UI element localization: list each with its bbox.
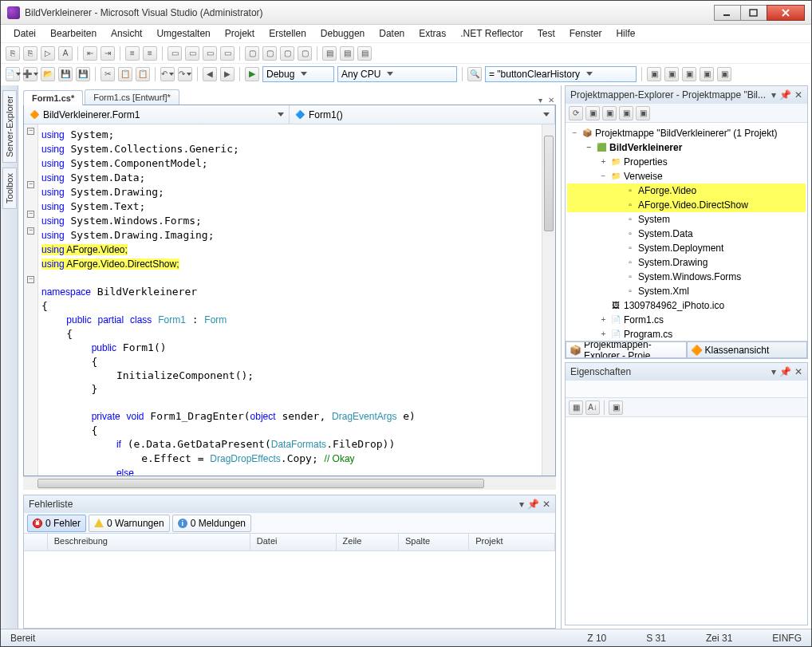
pin-icon[interactable]: 📌 bbox=[527, 499, 539, 510]
nav-fwd-button[interactable]: ▶ bbox=[220, 67, 235, 81]
tree-node[interactable]: ▫System.Data bbox=[567, 227, 806, 241]
menu-bearbeiten[interactable]: Bearbeiten bbox=[44, 26, 103, 41]
categorized-button[interactable]: ▦ bbox=[569, 400, 583, 415]
tab-dropdown-icon[interactable]: ▾ bbox=[537, 96, 544, 105]
close-icon[interactable]: ✕ bbox=[542, 499, 550, 510]
tb-indent[interactable]: ⇥ bbox=[101, 46, 115, 61]
find-in-files-button[interactable]: 🔍 bbox=[467, 67, 482, 81]
config-combo[interactable]: Debug bbox=[262, 66, 334, 82]
tree-node[interactable]: +📄Form1.cs bbox=[567, 313, 806, 327]
sol-tb-btn[interactable]: ▣ bbox=[585, 106, 600, 120]
tb-btn[interactable]: ▣ bbox=[664, 67, 679, 81]
nav-back-button[interactable]: ◀ bbox=[203, 67, 217, 81]
tree-node[interactable]: 🖼1309784962_iPhoto.ico bbox=[567, 298, 806, 313]
outline-margin[interactable] bbox=[24, 124, 38, 475]
tb-btn[interactable]: ⎘ bbox=[23, 46, 37, 61]
close-icon[interactable]: ✕ bbox=[794, 366, 802, 377]
error-col-header[interactable]: Datei bbox=[250, 534, 337, 550]
sol-tb-btn[interactable]: ▣ bbox=[619, 106, 633, 120]
menu-daten[interactable]: Daten bbox=[372, 26, 411, 41]
tb-uncomment[interactable]: ≡ bbox=[143, 46, 157, 61]
start-debug-button[interactable]: ▶ bbox=[245, 67, 259, 81]
document-tab[interactable]: Form1.cs* bbox=[23, 90, 83, 105]
tree-node[interactable]: −🟩BildVerkleinerer bbox=[567, 140, 806, 155]
maximize-button[interactable] bbox=[740, 5, 767, 21]
tree-node[interactable]: ▫System.Windows.Forms bbox=[567, 270, 806, 284]
tb-btn[interactable]: ▣ bbox=[700, 67, 714, 81]
redo-button[interactable]: ↷ bbox=[178, 67, 192, 81]
tab-close-icon[interactable]: ✕ bbox=[546, 96, 556, 105]
tb-btn[interactable]: ▤ bbox=[357, 46, 372, 61]
find-combo[interactable]: = "buttonClearHistory bbox=[485, 66, 637, 82]
toolbox-tab[interactable]: Toolbox bbox=[2, 168, 17, 209]
pin-icon[interactable]: 📌 bbox=[779, 366, 791, 377]
document-tab[interactable]: Form1.cs [Entwurf]* bbox=[85, 89, 179, 105]
class-view-tab[interactable]: 🔶Klassenansicht bbox=[687, 341, 808, 358]
class-nav-combo[interactable]: 🔶BildVerkleinerer.Form1 bbox=[24, 105, 290, 124]
member-nav-combo[interactable]: 🔷Form1() bbox=[290, 105, 555, 124]
paste-button[interactable]: 📋 bbox=[136, 67, 150, 81]
minimize-button[interactable] bbox=[714, 5, 741, 21]
expand-icon[interactable]: − bbox=[570, 126, 579, 140]
dropdown-icon[interactable]: ▾ bbox=[771, 89, 776, 101]
tree-node[interactable]: ▫System.Xml bbox=[567, 284, 806, 298]
solution-explorer-tab[interactable]: 📦Projektmappen-Explorer - Proje... bbox=[566, 341, 687, 358]
menu-projekt[interactable]: Projekt bbox=[219, 26, 261, 41]
vertical-scrollbar[interactable] bbox=[542, 124, 555, 475]
error-col-header[interactable]: Beschreibung bbox=[48, 534, 250, 550]
cut-button[interactable]: ✂ bbox=[101, 67, 115, 81]
menu-erstellen[interactable]: Erstellen bbox=[262, 26, 313, 41]
pin-icon[interactable]: 📌 bbox=[779, 89, 791, 101]
tb-btn[interactable]: ▭ bbox=[168, 46, 182, 61]
props-tb-btn[interactable]: ▣ bbox=[609, 400, 623, 415]
messages-filter[interactable]: i0 Meldungen bbox=[172, 515, 251, 532]
dropdown-icon[interactable]: ▾ bbox=[771, 366, 776, 377]
horizontal-scrollbar[interactable] bbox=[23, 476, 556, 490]
error-col-header[interactable]: Projekt bbox=[469, 534, 555, 550]
tb-btn[interactable]: ▣ bbox=[682, 67, 696, 81]
menu-extras[interactable]: Extras bbox=[412, 26, 452, 41]
tree-node[interactable]: +📄Program.cs bbox=[567, 327, 806, 341]
platform-combo[interactable]: Any CPU bbox=[337, 66, 457, 82]
tb-btn[interactable]: ⎘ bbox=[6, 46, 20, 61]
menu-ansicht[interactable]: Ansicht bbox=[104, 26, 148, 41]
expand-icon[interactable]: + bbox=[599, 313, 608, 327]
tb-btn[interactable]: ▭ bbox=[185, 46, 199, 61]
tree-node[interactable]: ▫System bbox=[567, 212, 806, 227]
tree-node[interactable]: +📁Properties bbox=[567, 155, 806, 169]
error-col-header[interactable] bbox=[24, 534, 48, 550]
tree-node[interactable]: ▫AForge.Video bbox=[567, 183, 806, 198]
menu-debuggen[interactable]: Debuggen bbox=[314, 26, 371, 41]
expand-icon[interactable]: − bbox=[585, 140, 593, 155]
menu-netreflector[interactable]: .NET Reflector bbox=[454, 26, 529, 41]
tb-btn[interactable]: ▭ bbox=[203, 46, 217, 61]
save-all-button[interactable]: 💾 bbox=[76, 67, 90, 81]
error-col-header[interactable]: Spalte bbox=[399, 534, 469, 550]
code-area[interactable]: using System; using System.Collections.G… bbox=[38, 124, 542, 475]
expand-icon[interactable]: − bbox=[599, 169, 608, 183]
open-button[interactable]: 📂 bbox=[41, 67, 55, 81]
tb-btn[interactable]: A bbox=[58, 46, 73, 61]
tree-node[interactable]: ▫AForge.Video.DirectShow bbox=[567, 198, 806, 212]
sol-tb-btn[interactable]: ▣ bbox=[602, 106, 617, 120]
tb-btn[interactable]: ▢ bbox=[298, 46, 312, 61]
tb-btn[interactable]: ▤ bbox=[322, 46, 337, 61]
expand-icon[interactable]: + bbox=[599, 155, 608, 169]
add-item-button[interactable]: ➕ bbox=[23, 67, 37, 81]
tree-node[interactable]: ▫System.Drawing bbox=[567, 255, 806, 270]
undo-button[interactable]: ↶ bbox=[160, 67, 175, 81]
menu-test[interactable]: Test bbox=[531, 26, 562, 41]
tree-node[interactable]: −📁Verweise bbox=[567, 169, 806, 183]
tb-btn[interactable]: ▢ bbox=[262, 46, 277, 61]
menu-datei[interactable]: Datei bbox=[7, 26, 42, 41]
tb-btn[interactable]: ▭ bbox=[220, 46, 235, 61]
tree-node[interactable]: ▫System.Deployment bbox=[567, 241, 806, 255]
tb-btn[interactable]: ▢ bbox=[245, 46, 259, 61]
expand-icon[interactable]: + bbox=[599, 327, 608, 341]
menu-fenster[interactable]: Fenster bbox=[563, 26, 609, 41]
save-button[interactable]: 💾 bbox=[58, 67, 73, 81]
server-explorer-tab[interactable]: Server-Explorer bbox=[2, 90, 17, 163]
dropdown-icon[interactable]: ▾ bbox=[519, 499, 524, 510]
tb-btn[interactable]: ▣ bbox=[647, 67, 661, 81]
new-project-button[interactable]: 📄 bbox=[6, 67, 20, 81]
